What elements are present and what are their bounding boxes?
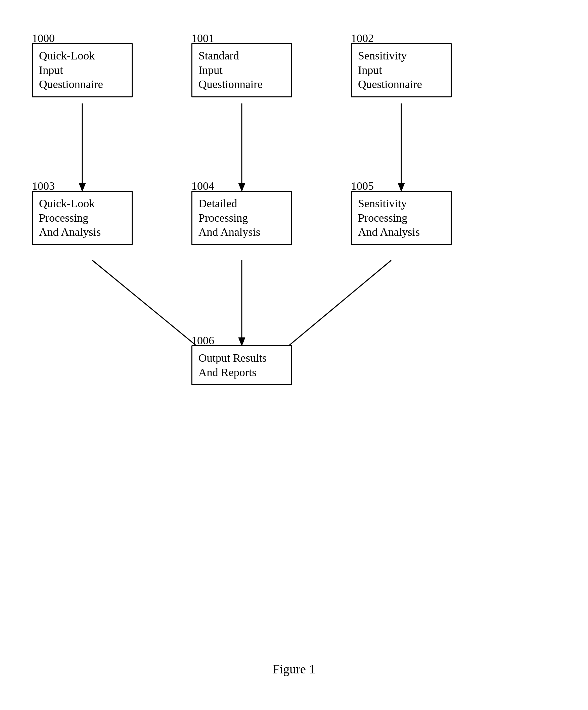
svg-marker-5 — [398, 183, 405, 191]
node-1003-text: Quick-LookProcessingAnd Analysis — [39, 197, 101, 238]
diagram: 1000 Quick-LookInputQuestionnaire 1001 S… — [14, 14, 574, 517]
svg-marker-9 — [238, 337, 245, 346]
node-1002: SensitivityInputQuestionnaire — [351, 43, 452, 97]
node-1004-text: DetailedProcessingAnd Analysis — [198, 197, 260, 238]
figure-caption: Figure 1 — [273, 662, 316, 677]
node-1003: Quick-LookProcessingAnd Analysis — [32, 191, 133, 245]
node-1006-text: Output ResultsAnd Reports — [198, 352, 267, 379]
svg-line-6 — [92, 260, 205, 353]
svg-line-10 — [280, 260, 391, 353]
node-1000: Quick-LookInputQuestionnaire — [32, 43, 133, 97]
node-1006: Output ResultsAnd Reports — [191, 345, 292, 385]
node-1005: SensitivityProcessingAnd Analysis — [351, 191, 452, 245]
node-1001-text: StandardInputQuestionnaire — [198, 49, 263, 90]
node-1005-text: SensitivityProcessingAnd Analysis — [358, 197, 420, 238]
node-1002-text: SensitivityInputQuestionnaire — [358, 49, 422, 90]
node-1000-text: Quick-LookInputQuestionnaire — [39, 49, 103, 90]
node-1004: DetailedProcessingAnd Analysis — [191, 191, 292, 245]
svg-marker-3 — [238, 183, 245, 191]
node-1001: StandardInputQuestionnaire — [191, 43, 292, 97]
svg-marker-1 — [79, 183, 86, 191]
